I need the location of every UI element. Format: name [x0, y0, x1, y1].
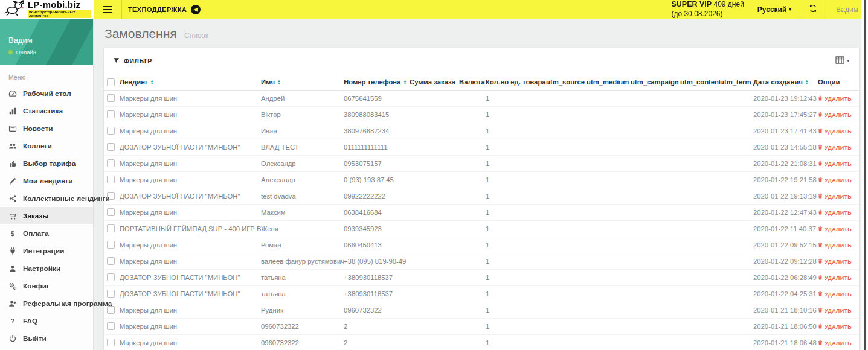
sidebar-item[interactable]: Мои лендинги [0, 172, 93, 189]
delete-button[interactable]: УДАЛИТЬ [818, 144, 852, 151]
filter-button[interactable]: ФИЛЬТР [113, 57, 152, 65]
support-link[interactable]: ТЕХПОДДЕРЖКА [128, 5, 201, 14]
sidebar-item-label: Настройки [23, 264, 60, 273]
column-header-label: Опции [818, 78, 840, 86]
column-settings-button[interactable]: ▾ [835, 56, 849, 66]
delete-button[interactable]: УДАЛИТЬ [818, 258, 852, 265]
sidebar: Вадим Онлайн Меню Рабочий стол Статистик… [0, 19, 94, 350]
row-checkbox[interactable] [107, 127, 115, 135]
column-header[interactable]: Сумма заказа ▲▼ [410, 78, 459, 86]
column-header-label: Дата создания [753, 78, 803, 86]
sidebar-item-label: Оплата [23, 229, 49, 238]
divider [121, 0, 122, 19]
sidebar-item[interactable]: Выбор тарифа [0, 154, 93, 172]
delete-button[interactable]: УДАЛИТЬ [818, 226, 852, 232]
cell-phone: 09922222222 [344, 192, 410, 200]
table-row: Маркеры для шин Андрей 0675641559 1 2020… [104, 91, 859, 107]
cell-qty: 1 [486, 225, 546, 232]
row-checkbox[interactable] [107, 176, 115, 183]
column-header[interactable]: Имя ▲▼ [261, 78, 344, 86]
row-checkbox[interactable] [107, 143, 115, 151]
config-icon [8, 282, 17, 290]
column-header[interactable]: Лендинг ▲▼ [120, 78, 261, 86]
sidebar-item[interactable]: ? FAQ [0, 312, 93, 329]
column-header[interactable]: utm_source ▲▼ [546, 78, 587, 86]
orders-card: ФИЛЬТР ▾ Лендинг [104, 48, 859, 350]
sidebar-item[interactable]: $ Оплата [0, 224, 93, 242]
sidebar-item[interactable]: Интеграции [0, 242, 93, 259]
column-header[interactable]: Дата создания ▲▼ [753, 78, 818, 86]
delete-button[interactable]: УДАЛИТЬ [818, 95, 852, 102]
logo[interactable]: LP-mobi.biz Конструктор мобильных лендин… [0, 0, 94, 19]
cell-created: 2020-01-21 18:06:50 [753, 323, 818, 330]
sidebar-item[interactable]: Конфиг [0, 277, 93, 294]
delete-button[interactable]: УДАЛИТЬ [818, 323, 852, 330]
column-header[interactable]: Кол-во ед. товара ▲▼ [486, 78, 546, 86]
sidebar-item[interactable]: Коллеги [0, 137, 93, 154]
column-header[interactable]: utm_content ▲▼ [680, 78, 720, 86]
delete-button[interactable]: УДАЛИТЬ [818, 242, 852, 249]
delete-button[interactable]: УДАЛИТЬ [818, 112, 852, 118]
trash-icon [818, 340, 823, 346]
sidebar-item[interactable]: Реферальная программа [0, 294, 93, 312]
column-header-label: Лендинг [120, 78, 148, 86]
row-checkbox[interactable] [107, 290, 115, 298]
trash-icon [818, 242, 823, 249]
delete-button[interactable]: УДАЛИТЬ [818, 307, 852, 314]
sidebar-item[interactable]: Настройки [0, 259, 93, 277]
column-header[interactable]: Номер телефона ▲▼ [344, 78, 410, 86]
header-username[interactable]: Вадим [832, 5, 862, 14]
svg-text:$: $ [11, 229, 15, 237]
delete-button[interactable]: УДАЛИТЬ [818, 193, 852, 200]
delete-button[interactable]: УДАЛИТЬ [818, 291, 852, 298]
menu-toggle-button[interactable] [98, 0, 115, 19]
sidebar-item[interactable]: Коллективные лендинги [0, 189, 93, 207]
delete-label: УДАЛИТЬ [825, 194, 852, 200]
vertical-scrollbar[interactable] [861, 0, 868, 350]
column-header[interactable]: utm_campaign ▲▼ [631, 78, 680, 86]
divider [800, 0, 800, 19]
delete-button[interactable]: УДАЛИТЬ [818, 209, 852, 216]
delete-button[interactable]: УДАЛИТЬ [818, 340, 852, 346]
refresh-icon [809, 4, 817, 14]
row-checkbox[interactable] [107, 241, 115, 249]
column-header[interactable]: Опции ▲▼ [818, 78, 859, 86]
row-checkbox[interactable] [107, 208, 115, 216]
delete-button[interactable]: УДАЛИТЬ [818, 128, 852, 135]
row-checkbox[interactable] [107, 224, 115, 232]
refresh-button[interactable] [806, 4, 820, 14]
scrollbar-thumb[interactable] [864, 0, 866, 350]
sidebar-item-label: Коллеги [23, 142, 52, 150]
language-selector[interactable]: Русский ▾ [757, 5, 792, 14]
delete-button[interactable]: УДАЛИТЬ [818, 161, 852, 167]
row-checkbox[interactable] [107, 159, 115, 167]
cell-landing: Маркеры для шин [120, 160, 261, 167]
row-checkbox[interactable] [107, 257, 115, 265]
row-checkbox[interactable] [107, 94, 115, 102]
row-checkbox[interactable] [107, 339, 115, 346]
cell-phone: 0675641559 [344, 95, 410, 102]
column-header[interactable]: utm_term ▲▼ [720, 78, 753, 86]
sidebar-item[interactable]: Статистика [0, 102, 93, 119]
delete-button[interactable]: УДАЛИТЬ [818, 177, 852, 183]
row-checkbox[interactable] [107, 273, 115, 281]
cell-created: 2020-01-23 17:45:27 [753, 111, 818, 118]
cell-qty: 1 [486, 323, 546, 330]
sidebar-item[interactable]: Новости [0, 119, 93, 137]
column-header[interactable]: Валюта ▲▼ [459, 78, 486, 86]
sidebar-item[interactable]: Рабочий стол [0, 84, 93, 102]
delete-button[interactable]: УДАЛИТЬ [818, 275, 852, 281]
select-all-checkbox[interactable] [107, 78, 115, 86]
row-checkbox[interactable] [107, 322, 115, 330]
sidebar-item[interactable]: Выйти [0, 329, 93, 347]
row-checkbox[interactable] [107, 110, 115, 118]
cell-name: Иван [261, 127, 344, 135]
column-header[interactable]: utm_medium ▲▼ [587, 78, 631, 86]
cell-name: Андрей [261, 95, 344, 102]
column-header-label: utm_medium [587, 78, 629, 86]
sort-icon: ▲▼ [805, 80, 809, 85]
trash-icon [818, 258, 823, 265]
sidebar-item[interactable]: Заказы [0, 207, 93, 224]
cell-phone: 2 [344, 339, 410, 346]
cell-name: test dvadva [261, 192, 344, 200]
